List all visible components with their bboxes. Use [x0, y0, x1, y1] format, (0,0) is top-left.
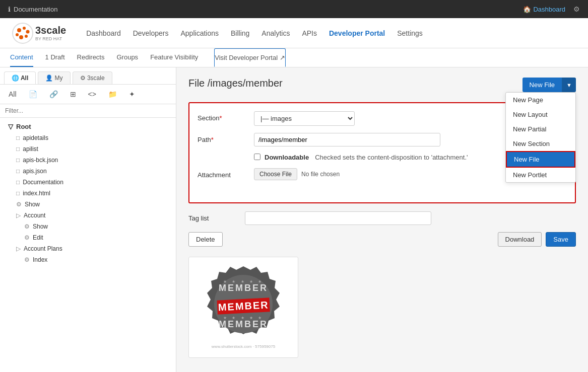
nav-apis[interactable]: APIs: [302, 29, 317, 37]
tree-item-label: apis-bck.json: [23, 157, 58, 164]
logo-text-group: 3scale BY RED HAT: [35, 25, 66, 41]
gear-icon: ⚙: [24, 256, 30, 263]
dropdown-new-portlet[interactable]: New Portlet: [506, 168, 575, 182]
dropdown-new-file[interactable]: New File: [506, 151, 575, 168]
tree-section-account[interactable]: ▷ Account: [0, 210, 176, 221]
downloadable-desc: Checked sets the content-disposition to …: [315, 154, 468, 161]
svg-point-3: [26, 30, 30, 33]
subnav-groups[interactable]: Groups: [116, 48, 138, 67]
topbar-right: 🏠 Dashboard ⚙: [523, 5, 580, 13]
file-icon: □: [16, 190, 20, 197]
tree-item[interactable]: □ apilist: [0, 143, 176, 155]
tree-item-account-show[interactable]: ⚙ Show: [0, 221, 176, 232]
sidebar-tab-3scale[interactable]: ⚙ 3scale: [73, 71, 112, 84]
tree-item-show[interactable]: ⚙ Show: [0, 199, 176, 210]
section-label: Section*: [198, 111, 248, 122]
nav-dashboard[interactable]: Dashboard: [86, 29, 121, 37]
svg-point-6: [16, 33, 19, 36]
tree-root-label: Root: [16, 123, 31, 130]
path-input[interactable]: [254, 133, 440, 146]
delete-button[interactable]: Delete: [188, 232, 223, 247]
tree-item-label: Account: [24, 212, 45, 219]
nav-billing[interactable]: Billing: [231, 29, 249, 37]
section-select[interactable]: |— images Root: [254, 111, 355, 126]
tree-item-label: Documentation: [23, 179, 63, 186]
subnav-draft[interactable]: 1 Draft: [45, 48, 65, 67]
svg-point-4: [25, 35, 28, 38]
path-label: Path*: [198, 133, 248, 143]
logo-icon: [10, 22, 35, 44]
folder-closed-icon: ▷: [16, 212, 21, 219]
tree-item[interactable]: □ Documentation: [0, 177, 176, 188]
svg-point-2: [23, 27, 26, 30]
subnav-redirects[interactable]: Redirects: [77, 48, 105, 67]
tree-item-account-edit[interactable]: ⚙ Edit: [0, 232, 176, 243]
tree-item-label: Edit: [33, 234, 43, 241]
tree-section-account-plans[interactable]: ▷ Account Plans: [0, 243, 176, 254]
right-buttons: Download Save: [498, 232, 576, 247]
main-content: File /images/member New File ▼ New Page …: [176, 67, 588, 372]
nav-developers[interactable]: Developers: [133, 29, 169, 37]
nav-analytics[interactable]: Analytics: [262, 29, 290, 37]
tag-list-row: Tag list: [188, 211, 576, 225]
new-file-caret-btn[interactable]: ▼: [562, 78, 576, 92]
main-nav-links: Dashboard Developers Applications Billin…: [86, 29, 578, 37]
tree-item[interactable]: □ apidetails: [0, 132, 176, 143]
icon-code[interactable]: <>: [84, 88, 101, 101]
tree-item[interactable]: □ index.html: [0, 188, 176, 199]
settings-gear-icon[interactable]: ⚙: [573, 5, 580, 13]
tree-root[interactable]: ▽ Root: [0, 121, 176, 132]
gear-icon: ⚙: [24, 234, 30, 241]
tree-item-label: index.html: [23, 190, 50, 197]
icon-link[interactable]: 🔗: [45, 88, 62, 101]
file-icon: □: [16, 157, 20, 164]
sidebar-tab-my[interactable]: 👤 My: [38, 71, 70, 84]
downloadable-label: Downloadable: [265, 154, 309, 161]
save-button[interactable]: Save: [546, 232, 576, 247]
icon-folder[interactable]: 📁: [104, 88, 121, 101]
dropdown-new-layout[interactable]: New Layout: [506, 107, 575, 122]
nav-developer-portal[interactable]: Developer Portal: [329, 29, 385, 37]
tree-item[interactable]: □ apis.json: [0, 166, 176, 177]
tree-item-label: Index: [33, 256, 47, 263]
tag-list-input[interactable]: [245, 211, 431, 225]
dropdown-new-partial[interactable]: New Partial: [506, 122, 575, 136]
downloadable-checkbox[interactable]: [254, 154, 260, 160]
sidebar-filter: [0, 104, 176, 118]
dashboard-link[interactable]: 🏠 Dashboard: [523, 6, 565, 13]
doc-label: Documentation: [14, 6, 57, 13]
choose-file-button[interactable]: Choose File: [254, 168, 297, 180]
logo-sub: BY RED HAT: [35, 36, 66, 41]
action-row: Delete Download Save: [188, 232, 576, 247]
new-file-button[interactable]: New File: [522, 78, 562, 92]
svg-point-5: [19, 35, 23, 39]
info-icon: ℹ: [8, 6, 11, 13]
icon-layout[interactable]: ⊞: [66, 88, 81, 101]
icon-all[interactable]: All: [4, 88, 21, 101]
dropdown-new-section[interactable]: New Section: [506, 136, 575, 151]
filter-input[interactable]: [0, 104, 176, 118]
sidebar-tabs: 🌐 All 👤 My ⚙ 3scale: [0, 67, 176, 85]
tree-item-label: apidetails: [23, 134, 48, 141]
sidebar-tab-all[interactable]: 🌐 All: [4, 71, 36, 84]
attachment-label: Attachment: [198, 168, 248, 179]
sub-nav: Content 1 Draft Redirects Groups Feature…: [0, 48, 588, 67]
tree-root-icon: ▽: [8, 123, 13, 130]
download-button[interactable]: Download: [498, 232, 542, 247]
dropdown-new-page[interactable]: New Page: [506, 93, 575, 107]
tree-item[interactable]: □ apis-bck.json: [0, 155, 176, 166]
no-file-text: No file chosen: [301, 171, 340, 178]
new-file-btn-group: New File ▼ New Page New Layout New Parti…: [522, 78, 576, 92]
tree-item-index[interactable]: ⚙ Index: [0, 254, 176, 265]
file-icon: □: [16, 179, 20, 186]
subnav-content[interactable]: Content: [10, 48, 33, 67]
icon-portlet[interactable]: ✦: [124, 88, 140, 101]
subnav-feature-visibility[interactable]: Feature Visibility: [150, 48, 198, 67]
topbar: ℹ Documentation 🏠 Dashboard ⚙: [0, 0, 588, 18]
tree-item-label: Show: [33, 223, 48, 230]
visit-portal-btn[interactable]: Visit Developer Portal ↗: [214, 48, 285, 67]
nav-applications[interactable]: Applications: [181, 29, 219, 37]
nav-settings[interactable]: Settings: [397, 29, 423, 37]
icon-file[interactable]: 📄: [24, 88, 42, 101]
sidebar-tree: ▽ Root □ apidetails □ apilist □ apis-bck…: [0, 118, 176, 372]
